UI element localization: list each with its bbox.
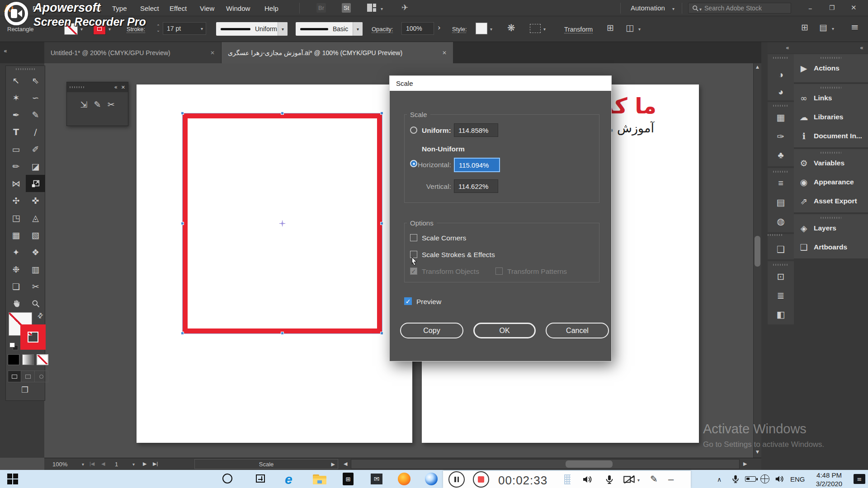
collapse-panel-header[interactable]: « — [794, 42, 868, 53]
panel-layers[interactable]: ◈ Layers — [794, 219, 868, 238]
menu-help[interactable]: Help — [264, 5, 278, 12]
reference-point-marker[interactable] — [279, 221, 285, 226]
tool-blend[interactable]: ❖ — [26, 244, 45, 261]
cortana-icon[interactable] — [222, 474, 232, 483]
tool-eyedropper[interactable]: ✦ — [6, 244, 26, 261]
swap-fill-stroke-icon[interactable]: ⇄ — [36, 311, 45, 320]
vertical-scrollbar[interactable]: ▲ ▼ — [753, 63, 761, 458]
tool-reflect[interactable]: ⋈ — [6, 175, 26, 192]
cut-path-icon[interactable]: ✂ — [107, 100, 114, 109]
step-down-icon[interactable]: ⌄ — [156, 28, 160, 33]
status-display[interactable]: Scale ▶ — [194, 459, 338, 469]
collapse-icon[interactable]: « — [786, 45, 789, 51]
gpu-performance-rocket-icon[interactable]: ✈ — [401, 4, 408, 12]
collapse-strip-header[interactable]: « — [768, 42, 794, 53]
tool-magic-wand[interactable]: ✶ — [6, 89, 26, 106]
search-input[interactable]: ▾ Search Adobe Stock — [688, 3, 791, 14]
tool-slice[interactable]: ✂ — [26, 278, 45, 295]
pathfinder-panel-icon[interactable]: ◧ — [768, 309, 794, 320]
panel-variables[interactable]: ⚙ Variables — [794, 154, 868, 173]
tool-curvature[interactable]: ✎ — [26, 106, 45, 123]
clock[interactable]: 4:48 PM 3/2/2020 — [807, 471, 851, 488]
drag-grip[interactable] — [773, 264, 788, 266]
tool-column-graph[interactable]: ▥ — [26, 261, 45, 278]
webcam-off-icon[interactable] — [623, 474, 636, 484]
mail-icon[interactable]: ✉ — [371, 474, 382, 484]
panel-artboards[interactable]: ❑ Artboards — [794, 238, 868, 257]
transform-link[interactable]: Transform — [564, 26, 593, 33]
tool-symbol-sprayer[interactable]: ❉ — [6, 261, 26, 278]
chevron-down-icon[interactable]: ▾ — [381, 6, 383, 11]
edge-icon[interactable]: e — [285, 472, 292, 487]
artboards-strip-icon[interactable]: ❑ — [768, 244, 794, 255]
horizontal-value-field[interactable]: 115.094% — [454, 158, 500, 172]
minimize-recorder-icon[interactable]: – — [668, 474, 674, 485]
tool-artboard[interactable]: ❏ — [6, 278, 26, 295]
tool-hand[interactable] — [6, 295, 26, 312]
chevron-down-icon[interactable]: ▾ — [490, 27, 492, 32]
horizontal-scrollbar[interactable] — [351, 459, 740, 469]
preview-label[interactable]: Preview — [416, 298, 441, 306]
drag-grip[interactable] — [773, 171, 788, 173]
tool-eraser[interactable]: ◪ — [26, 158, 45, 175]
collapse-dock-icon[interactable]: « — [4, 48, 7, 54]
collapse-icon[interactable]: « — [860, 45, 863, 51]
tab-close-icon[interactable]: ✕ — [442, 50, 447, 56]
transform-again-icon[interactable]: ⊞ — [607, 23, 614, 32]
uniform-label[interactable]: Uniform: — [422, 127, 451, 135]
panel-actions[interactable]: ▶ Actions — [794, 59, 868, 78]
tab-close-icon[interactable]: ✕ — [210, 50, 215, 56]
scroll-up-arrow[interactable]: ▲ — [756, 65, 759, 69]
tool-rectangle[interactable]: ▭ — [6, 141, 26, 158]
opacity-more-arrow[interactable]: › — [438, 24, 441, 32]
speaker-icon[interactable] — [581, 474, 593, 485]
style-label[interactable]: Style: — [452, 26, 467, 32]
selection-handle[interactable] — [181, 222, 184, 225]
preview-checkbox[interactable]: ✓ — [404, 297, 412, 305]
color-panel-icon[interactable]: ◑ — [768, 70, 794, 80]
panel-document-info[interactable]: ℹ Document In... — [794, 127, 868, 145]
scrollbar-thumb[interactable] — [755, 236, 760, 267]
menu-window[interactable]: Window — [226, 5, 250, 12]
scale-corners-label[interactable]: Scale Corners — [422, 234, 466, 242]
non-uniform-label[interactable]: Non-Uniform — [422, 145, 465, 153]
color-button[interactable] — [8, 354, 19, 365]
selection-handle[interactable] — [181, 112, 184, 115]
tool-line-segment[interactable]: ∕ — [26, 123, 45, 141]
pause-recording-button[interactable] — [448, 471, 465, 488]
tool-perspective-grid[interactable]: ◬ — [26, 209, 45, 226]
default-fill-stroke-icon[interactable] — [9, 343, 19, 351]
file-explorer-icon[interactable] — [313, 474, 326, 484]
align-objects-icon[interactable]: ◫ — [626, 23, 634, 32]
opacity-label[interactable]: Opacity: — [372, 26, 393, 32]
microsoft-store-icon[interactable]: ⊞ — [343, 473, 354, 485]
arrange-documents-icon[interactable] — [367, 4, 376, 12]
stroke-panel-icon[interactable]: ≡ — [768, 178, 794, 188]
selection-handle[interactable] — [181, 332, 184, 335]
drag-grip[interactable] — [16, 68, 36, 70]
gradient-button[interactable] — [22, 354, 34, 365]
scroll-left-arrow[interactable]: ◀ — [344, 461, 347, 467]
tool-width[interactable]: ✣ — [6, 192, 26, 209]
tool-puppet-warp[interactable]: ✜ — [26, 192, 45, 209]
tool-shaper[interactable]: ✏ — [6, 158, 26, 175]
copy-button[interactable]: Copy — [400, 323, 463, 338]
selection-handle[interactable] — [281, 112, 284, 115]
drag-grip[interactable] — [773, 105, 788, 107]
workspace-switcher[interactable]: Automation — [631, 5, 665, 11]
panel-libraries[interactable]: ☁ Libraries — [794, 108, 868, 127]
microphone-icon[interactable] — [604, 474, 615, 485]
tab-persian-document[interactable]: آموزش مجازی-زهرا عسگری.ai* @ 100% (CMYK/… — [222, 42, 453, 63]
first-artboard-button[interactable]: |◀ — [90, 461, 94, 467]
dock-panels-icon[interactable]: ▤ — [819, 23, 827, 32]
panel-appearance[interactable]: ◉ Appearance — [794, 173, 868, 192]
language-indicator[interactable]: ENG — [790, 475, 805, 483]
menu-effect[interactable]: Effect — [170, 5, 187, 12]
panel-asset-export[interactable]: ⇗ Asset Export — [794, 192, 868, 211]
tab-untitled[interactable]: Untitled-1* @ 200% (CMYK/GPU Preview) ✕ — [44, 42, 222, 63]
draw-behind-button[interactable] — [21, 371, 35, 382]
tool-free-transform[interactable]: ◳ — [6, 209, 26, 226]
tool-paintbrush[interactable]: ✐ — [26, 141, 45, 158]
media-player-icon[interactable] — [425, 473, 438, 485]
previous-artboard-button[interactable]: ◀ — [101, 461, 105, 467]
